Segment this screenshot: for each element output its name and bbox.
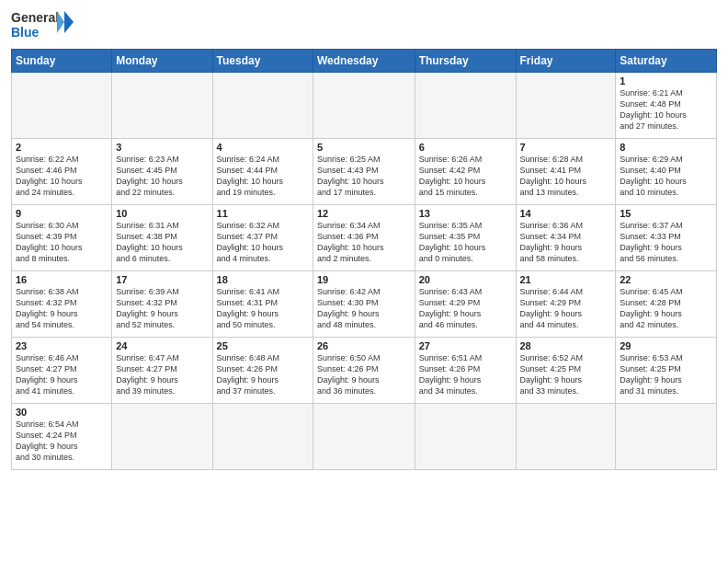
- weekday-header: Monday: [112, 50, 212, 73]
- day-number: 27: [419, 340, 512, 351]
- day-number: 20: [419, 274, 512, 285]
- calendar-cell: 18Sunrise: 6:41 AM Sunset: 4:31 PM Dayli…: [212, 271, 313, 338]
- day-number: 21: [520, 274, 612, 285]
- day-number: 3: [116, 142, 208, 153]
- day-info: Sunrise: 6:34 AM Sunset: 4:36 PM Dayligh…: [317, 220, 411, 265]
- day-info: Sunrise: 6:48 AM Sunset: 4:26 PM Dayligh…: [217, 352, 309, 397]
- day-info: Sunrise: 6:47 AM Sunset: 4:27 PM Dayligh…: [116, 352, 208, 397]
- svg-text:Blue: Blue: [11, 25, 40, 40]
- calendar-cell: [516, 404, 616, 470]
- calendar-cell: [112, 404, 212, 470]
- day-info: Sunrise: 6:54 AM Sunset: 4:24 PM Dayligh…: [16, 419, 108, 464]
- day-info: Sunrise: 6:45 AM Sunset: 4:28 PM Dayligh…: [620, 286, 712, 331]
- calendar-cell: 5Sunrise: 6:25 AM Sunset: 4:43 PM Daylig…: [313, 139, 415, 205]
- calendar-cell: 13Sunrise: 6:35 AM Sunset: 4:35 PM Dayli…: [415, 205, 516, 271]
- calendar-cell: [212, 73, 313, 139]
- day-info: Sunrise: 6:29 AM Sunset: 4:40 PM Dayligh…: [620, 154, 712, 199]
- day-number: 9: [16, 208, 108, 219]
- calendar-cell: [415, 73, 516, 139]
- calendar-cell: 10Sunrise: 6:31 AM Sunset: 4:38 PM Dayli…: [112, 205, 212, 271]
- calendar-cell: [516, 73, 616, 139]
- day-info: Sunrise: 6:52 AM Sunset: 4:25 PM Dayligh…: [520, 352, 612, 397]
- day-number: 4: [217, 142, 309, 153]
- calendar-cell: 2Sunrise: 6:22 AM Sunset: 4:46 PM Daylig…: [12, 139, 112, 205]
- calendar-cell: 6Sunrise: 6:26 AM Sunset: 4:42 PM Daylig…: [415, 139, 516, 205]
- calendar-cell: 28Sunrise: 6:52 AM Sunset: 4:25 PM Dayli…: [516, 338, 616, 404]
- calendar-cell: [616, 404, 717, 470]
- calendar-cell: 11Sunrise: 6:32 AM Sunset: 4:37 PM Dayli…: [212, 205, 313, 271]
- calendar-cell: 26Sunrise: 6:50 AM Sunset: 4:26 PM Dayli…: [313, 338, 415, 404]
- day-info: Sunrise: 6:25 AM Sunset: 4:43 PM Dayligh…: [317, 154, 411, 199]
- calendar-cell: 20Sunrise: 6:43 AM Sunset: 4:29 PM Dayli…: [415, 271, 516, 338]
- day-number: 14: [520, 208, 612, 219]
- day-number: 29: [620, 340, 712, 351]
- day-info: Sunrise: 6:51 AM Sunset: 4:26 PM Dayligh…: [419, 352, 512, 397]
- calendar-cell: 19Sunrise: 6:42 AM Sunset: 4:30 PM Dayli…: [313, 271, 415, 338]
- day-number: 25: [217, 340, 309, 351]
- day-info: Sunrise: 6:44 AM Sunset: 4:29 PM Dayligh…: [520, 286, 612, 331]
- calendar-cell: [212, 404, 313, 470]
- day-number: 28: [520, 340, 612, 351]
- calendar-cell: [12, 73, 112, 139]
- day-number: 7: [520, 142, 612, 153]
- day-info: Sunrise: 6:31 AM Sunset: 4:38 PM Dayligh…: [116, 220, 208, 265]
- day-info: Sunrise: 6:37 AM Sunset: 4:33 PM Dayligh…: [620, 220, 712, 265]
- day-number: 10: [116, 208, 208, 219]
- calendar-cell: 24Sunrise: 6:47 AM Sunset: 4:27 PM Dayli…: [112, 338, 212, 404]
- calendar-table: SundayMondayTuesdayWednesdayThursdayFrid…: [11, 49, 717, 470]
- calendar-cell: 9Sunrise: 6:30 AM Sunset: 4:39 PM Daylig…: [12, 205, 112, 271]
- day-info: Sunrise: 6:24 AM Sunset: 4:44 PM Dayligh…: [217, 154, 309, 199]
- day-number: 16: [16, 274, 108, 285]
- day-info: Sunrise: 6:41 AM Sunset: 4:31 PM Dayligh…: [217, 286, 309, 331]
- day-number: 26: [317, 340, 411, 351]
- weekday-header: Sunday: [12, 50, 112, 73]
- calendar-cell: 14Sunrise: 6:36 AM Sunset: 4:34 PM Dayli…: [516, 205, 616, 271]
- day-info: Sunrise: 6:35 AM Sunset: 4:35 PM Dayligh…: [419, 220, 512, 265]
- svg-marker-3: [57, 11, 64, 33]
- svg-text:General: General: [11, 10, 59, 25]
- day-info: Sunrise: 6:38 AM Sunset: 4:32 PM Dayligh…: [16, 286, 108, 331]
- calendar-cell: 7Sunrise: 6:28 AM Sunset: 4:41 PM Daylig…: [516, 139, 616, 205]
- calendar-cell: [313, 73, 415, 139]
- day-info: Sunrise: 6:50 AM Sunset: 4:26 PM Dayligh…: [317, 352, 411, 397]
- day-info: Sunrise: 6:21 AM Sunset: 4:48 PM Dayligh…: [620, 87, 712, 132]
- calendar-cell: 1Sunrise: 6:21 AM Sunset: 4:48 PM Daylig…: [616, 73, 717, 139]
- day-info: Sunrise: 6:46 AM Sunset: 4:27 PM Dayligh…: [16, 352, 108, 397]
- svg-marker-2: [64, 11, 74, 33]
- calendar-cell: 23Sunrise: 6:46 AM Sunset: 4:27 PM Dayli…: [12, 338, 112, 404]
- day-number: 30: [16, 407, 108, 418]
- day-number: 11: [217, 208, 309, 219]
- day-info: Sunrise: 6:39 AM Sunset: 4:32 PM Dayligh…: [116, 286, 208, 331]
- weekday-header: Friday: [516, 50, 616, 73]
- day-info: Sunrise: 6:36 AM Sunset: 4:34 PM Dayligh…: [520, 220, 612, 265]
- day-number: 1: [620, 75, 712, 86]
- weekday-header: Thursday: [415, 50, 516, 73]
- calendar-cell: 4Sunrise: 6:24 AM Sunset: 4:44 PM Daylig…: [212, 139, 313, 205]
- calendar-cell: 30Sunrise: 6:54 AM Sunset: 4:24 PM Dayli…: [12, 404, 112, 470]
- day-number: 6: [419, 142, 512, 153]
- day-number: 22: [620, 274, 712, 285]
- day-number: 13: [419, 208, 512, 219]
- day-number: 5: [317, 142, 411, 153]
- day-number: 24: [116, 340, 208, 351]
- calendar-cell: [313, 404, 415, 470]
- calendar-cell: 29Sunrise: 6:53 AM Sunset: 4:25 PM Dayli…: [616, 338, 717, 404]
- weekday-header: Wednesday: [313, 50, 415, 73]
- weekday-header: Tuesday: [212, 50, 313, 73]
- calendar-cell: 8Sunrise: 6:29 AM Sunset: 4:40 PM Daylig…: [616, 139, 717, 205]
- header: GeneralBlue: [11, 9, 717, 41]
- day-number: 19: [317, 274, 411, 285]
- day-number: 12: [317, 208, 411, 219]
- day-info: Sunrise: 6:42 AM Sunset: 4:30 PM Dayligh…: [317, 286, 411, 331]
- logo: GeneralBlue: [11, 9, 75, 41]
- calendar-cell: 21Sunrise: 6:44 AM Sunset: 4:29 PM Dayli…: [516, 271, 616, 338]
- day-info: Sunrise: 6:53 AM Sunset: 4:25 PM Dayligh…: [620, 352, 712, 397]
- calendar-cell: 27Sunrise: 6:51 AM Sunset: 4:26 PM Dayli…: [415, 338, 516, 404]
- day-info: Sunrise: 6:43 AM Sunset: 4:29 PM Dayligh…: [419, 286, 512, 331]
- day-info: Sunrise: 6:26 AM Sunset: 4:42 PM Dayligh…: [419, 154, 512, 199]
- day-info: Sunrise: 6:22 AM Sunset: 4:46 PM Dayligh…: [16, 154, 108, 199]
- calendar-cell: 15Sunrise: 6:37 AM Sunset: 4:33 PM Dayli…: [616, 205, 717, 271]
- calendar-cell: 12Sunrise: 6:34 AM Sunset: 4:36 PM Dayli…: [313, 205, 415, 271]
- day-info: Sunrise: 6:23 AM Sunset: 4:45 PM Dayligh…: [116, 154, 208, 199]
- calendar-cell: [415, 404, 516, 470]
